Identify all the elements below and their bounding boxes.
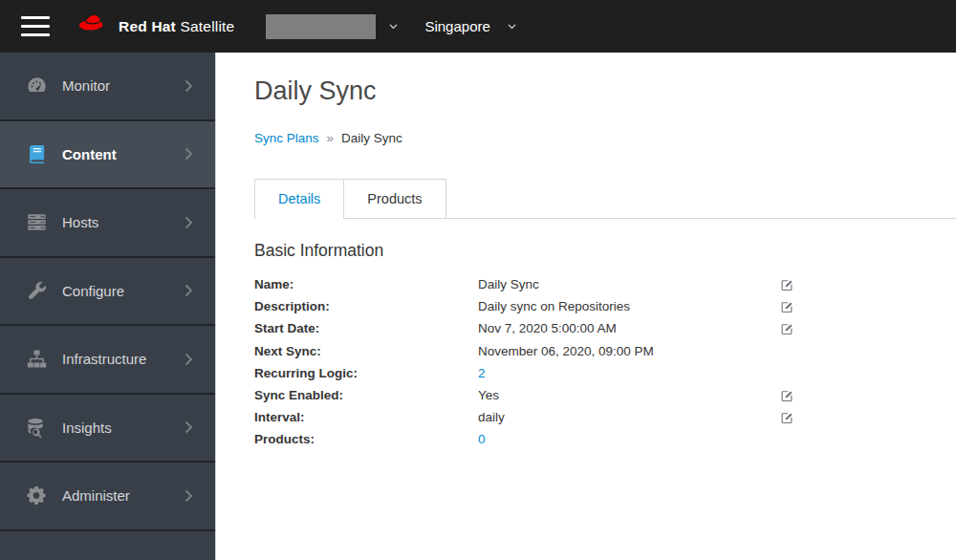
field-label: Start Date: bbox=[254, 321, 478, 335]
edit-icon[interactable] bbox=[780, 300, 799, 313]
sidebar-item-label: Content bbox=[62, 146, 182, 162]
sidebar: MonitorContentHostsConfigureInfrastructu… bbox=[0, 53, 216, 560]
field-label: Recurring Logic: bbox=[254, 366, 478, 380]
field-row: Name:Daily Sync bbox=[254, 273, 956, 295]
sidebar-item-label: Hosts bbox=[62, 214, 182, 230]
field-label: Sync Enabled: bbox=[254, 388, 478, 402]
basic-info-list: Name:Daily SyncDescription:Daily sync on… bbox=[254, 273, 956, 451]
sidebar-item-label: Configure bbox=[62, 283, 182, 299]
sidebar-item-label: Monitor bbox=[62, 77, 182, 94]
field-value: Nov 7, 2020 5:00:00 AM bbox=[478, 321, 780, 335]
location-dropdown[interactable]: Singapore bbox=[399, 18, 516, 34]
main-content: Daily Sync Sync Plans » Daily Sync Detai… bbox=[217, 53, 956, 560]
tab-bar: DetailsProducts bbox=[254, 179, 956, 219]
tab-products[interactable]: Products bbox=[343, 179, 445, 218]
edit-icon[interactable] bbox=[780, 389, 799, 402]
breadcrumb: Sync Plans » Daily Sync bbox=[254, 131, 956, 145]
field-label: Next Sync: bbox=[254, 344, 478, 358]
chevron-right-icon bbox=[182, 489, 195, 503]
organization-value-redacted[interactable] bbox=[266, 14, 376, 39]
chevron-down-icon bbox=[507, 21, 517, 32]
field-row: Start Date:Nov 7, 2020 5:00:00 AM bbox=[254, 317, 956, 339]
wrench-icon bbox=[26, 280, 48, 302]
sidebar-item-partial[interactable] bbox=[0, 531, 215, 560]
section-title: Basic Information bbox=[254, 241, 956, 261]
sidebar-item-hosts[interactable]: Hosts bbox=[0, 189, 215, 258]
menu-toggle-button[interactable] bbox=[17, 12, 54, 40]
field-row: Sync Enabled:Yes bbox=[254, 384, 956, 406]
sidebar-item-label: Administer bbox=[62, 487, 182, 504]
chevron-right-icon bbox=[182, 284, 195, 297]
edit-icon[interactable] bbox=[780, 411, 799, 424]
field-row: Next Sync:November 06, 2020, 09:00 PM bbox=[254, 340, 956, 362]
chevron-right-icon bbox=[182, 147, 195, 161]
field-value: Daily Sync bbox=[478, 277, 780, 291]
red-hat-fedora-icon bbox=[78, 15, 119, 37]
chevron-right-icon bbox=[182, 353, 195, 366]
sidebar-item-infrastructure[interactable]: Infrastructure bbox=[0, 326, 215, 395]
field-label: Products: bbox=[254, 432, 478, 446]
database-search-icon bbox=[26, 417, 48, 439]
field-value: Daily sync on Repositories bbox=[478, 299, 780, 313]
sidebar-nav: MonitorContentHostsConfigureInfrastructu… bbox=[0, 53, 215, 531]
chevron-right-icon bbox=[182, 216, 195, 229]
field-label: Description: bbox=[254, 299, 478, 313]
field-value-link[interactable]: 2 bbox=[478, 366, 780, 380]
breadcrumb-link-sync-plans[interactable]: Sync Plans bbox=[254, 131, 319, 145]
location-dropdown-value[interactable]: Singapore bbox=[424, 18, 489, 34]
field-row: Description:Daily sync on Repositories bbox=[254, 295, 956, 317]
page-title: Daily Sync bbox=[254, 75, 956, 106]
edit-icon[interactable] bbox=[780, 322, 799, 335]
field-value: Yes bbox=[478, 388, 780, 402]
field-row: Interval:daily bbox=[254, 406, 956, 428]
field-value: daily bbox=[478, 410, 780, 424]
brand-title: Red Hat Satellite bbox=[119, 18, 234, 35]
sidebar-item-label: Insights bbox=[62, 420, 182, 436]
field-value: November 06, 2020, 09:00 PM bbox=[478, 344, 780, 358]
chevron-right-icon bbox=[182, 79, 195, 93]
sidebar-item-insights[interactable]: Insights bbox=[0, 395, 215, 463]
sidebar-item-administer[interactable]: Administer bbox=[0, 463, 215, 531]
gauge-icon bbox=[26, 75, 48, 97]
chevron-down-icon bbox=[388, 21, 399, 32]
breadcrumb-current: Daily Sync bbox=[341, 131, 402, 145]
field-row: Recurring Logic:2 bbox=[254, 362, 956, 384]
hamburger-icon bbox=[21, 16, 50, 19]
field-row: Products:0 bbox=[254, 428, 956, 450]
brand-logo: Red Hat Satellite bbox=[78, 15, 234, 37]
field-label: Interval: bbox=[254, 410, 478, 424]
masthead: Red Hat Satellite Singapore bbox=[0, 0, 956, 53]
sitemap-icon bbox=[26, 348, 48, 370]
chevron-right-icon bbox=[182, 420, 195, 434]
field-value-link[interactable]: 0 bbox=[478, 432, 780, 446]
edit-icon[interactable] bbox=[780, 278, 799, 291]
sidebar-item-label: Infrastructure bbox=[62, 351, 182, 367]
breadcrumb-separator: » bbox=[319, 131, 342, 145]
servers-icon bbox=[26, 211, 48, 233]
organization-dropdown[interactable] bbox=[234, 14, 399, 39]
book-icon bbox=[26, 143, 48, 165]
sidebar-item-monitor[interactable]: Monitor bbox=[0, 53, 215, 121]
sidebar-item-content[interactable]: Content bbox=[0, 121, 215, 190]
tab-details[interactable]: Details bbox=[254, 179, 344, 219]
sidebar-item-configure[interactable]: Configure bbox=[0, 258, 215, 327]
field-label: Name: bbox=[254, 277, 478, 291]
gear-icon bbox=[26, 485, 48, 506]
